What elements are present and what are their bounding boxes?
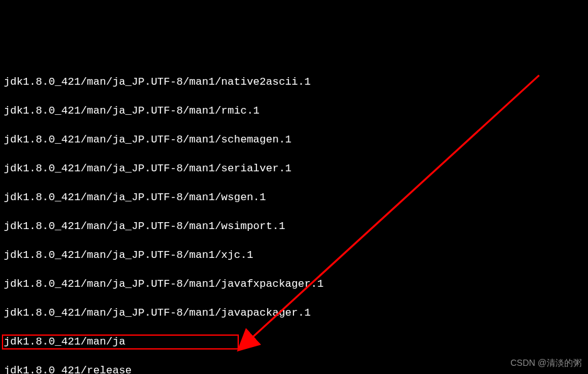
output-line: jdk1.8.0_421/man/ja_JP.UTF-8/man1/javafx… (4, 277, 584, 291)
output-line: jdk1.8.0_421/man/ja_JP.UTF-8/man1/schema… (4, 132, 584, 147)
output-line: jdk1.8.0_421/man/ja_JP.UTF-8/man1/wsgen.… (4, 190, 584, 205)
output-line: jdk1.8.0_421/man/ja_JP.UTF-8/man1/rmic.1 (4, 104, 584, 118)
output-line: jdk1.8.0_421/man/ja_JP.UTF-8/man1/native… (4, 75, 584, 89)
watermark: CSDN @清淡的粥 (510, 356, 582, 370)
output-line: jdk1.8.0_421/man/ja_JP.UTF-8/man1/serial… (4, 161, 584, 176)
terminal-output: jdk1.8.0_421/man/ja_JP.UTF-8/man1/native… (4, 60, 584, 374)
output-line: jdk1.8.0_421/man/ja_JP.UTF-8/man1/wsimpo… (4, 219, 584, 233)
output-line: jdk1.8.0_421/man/ja (4, 334, 584, 349)
output-line: jdk1.8.0_421/man/ja_JP.UTF-8/man1/javapa… (4, 306, 584, 320)
output-line: jdk1.8.0_421/man/ja_JP.UTF-8/man1/xjc.1 (4, 248, 584, 262)
output-line: jdk1.8.0_421/release (4, 363, 584, 374)
